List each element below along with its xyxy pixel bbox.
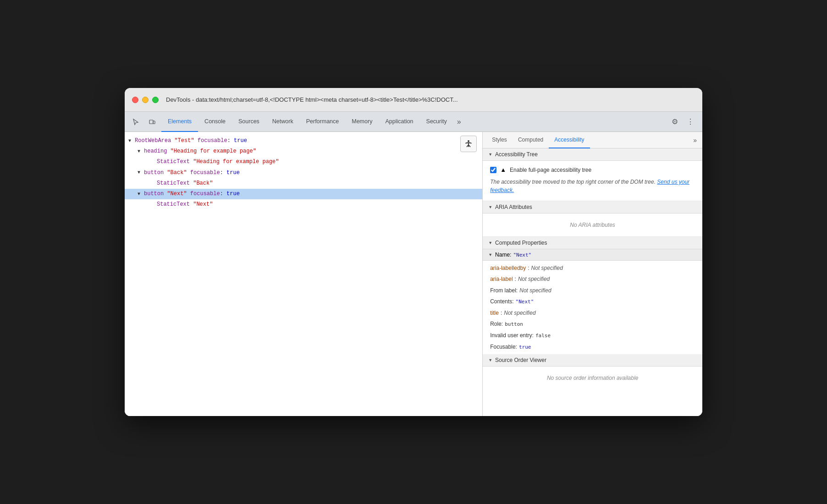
no-aria-attributes-text: No ARIA attributes xyxy=(490,217,695,233)
computed-name-label: Name: xyxy=(495,252,511,258)
window-title: DevTools - data:text/html;charset=utf-8,… xyxy=(166,96,695,103)
tab-network[interactable]: Network xyxy=(266,112,300,132)
computed-properties-title: Computed Properties xyxy=(495,240,547,246)
tree-row-selected[interactable]: button "Next" focusable: true xyxy=(125,189,482,199)
settings-icon[interactable]: ⚙ xyxy=(668,115,681,128)
maximize-button[interactable] xyxy=(152,97,159,103)
titlebar: DevTools - data:text/html;charset=utf-8,… xyxy=(125,88,702,112)
enable-a11y-tree-row: ▲ Enable full-page accessibility tree xyxy=(490,164,695,175)
traffic-lights xyxy=(132,97,159,103)
expand-icon[interactable] xyxy=(138,148,144,155)
tab-memory[interactable]: Memory xyxy=(345,112,379,132)
aria-attributes-section-header[interactable]: ▼ ARIA Attributes xyxy=(483,201,702,214)
accessibility-tree-button[interactable] xyxy=(460,136,477,152)
prop-from-label: From label: Not specified xyxy=(490,285,695,296)
device-toggle-icon[interactable] xyxy=(145,115,160,129)
right-panel: Styles Computed Accessibility » ▼ Access… xyxy=(483,132,702,416)
tree-row[interactable]: RootWebArea "Test" focusable: true xyxy=(125,136,482,146)
prop-role: Role: button xyxy=(490,318,695,330)
section-triangle-icon: ▼ xyxy=(488,152,492,157)
tree-row[interactable]: ▼ StaticText "Heading for example page" xyxy=(125,157,482,167)
right-content: ▼ Accessibility Tree ▲ Enable full-page … xyxy=(483,148,702,416)
tree-row[interactable]: ▼ StaticText "Back" xyxy=(125,178,482,189)
close-button[interactable] xyxy=(132,97,138,103)
more-options-icon[interactable]: ⋮ xyxy=(684,115,697,128)
right-tab-computed[interactable]: Computed xyxy=(513,132,549,148)
tab-console[interactable]: Console xyxy=(198,112,232,132)
section-triangle-icon: ▼ xyxy=(488,358,492,362)
section-triangle-icon: ▼ xyxy=(488,252,492,257)
right-tab-styles[interactable]: Styles xyxy=(486,132,513,148)
aria-attributes-title: ARIA Attributes xyxy=(495,204,532,210)
devtools-window: DevTools - data:text/html;charset=utf-8,… xyxy=(125,88,702,416)
right-tabs: Styles Computed Accessibility » xyxy=(483,132,702,148)
source-order-viewer-title: Source Order Viewer xyxy=(495,357,546,363)
computed-properties-section-header[interactable]: ▼ Computed Properties xyxy=(483,237,702,249)
expand-icon[interactable] xyxy=(138,169,144,176)
tree-row[interactable]: ▼ StaticText "Next" xyxy=(125,199,482,210)
prop-aria-labelledby: aria-labelledby : Not specified xyxy=(490,263,695,274)
expand-icon[interactable] xyxy=(138,191,144,198)
no-source-text: No source order information available xyxy=(490,370,695,386)
tab-elements[interactable]: Elements xyxy=(161,112,198,132)
minimize-button[interactable] xyxy=(142,97,149,103)
computed-name-value: "Next" xyxy=(513,252,531,258)
accessibility-tree-section-header[interactable]: ▼ Accessibility Tree xyxy=(483,148,702,161)
prop-invalid-user-entry: Invalid user entry: false xyxy=(490,330,695,341)
tab-application[interactable]: Application xyxy=(379,112,419,132)
tabs-overflow-button[interactable]: » xyxy=(453,112,465,132)
cursor-icon[interactable] xyxy=(128,115,143,129)
tree-row[interactable]: heading "Heading for example page" xyxy=(125,146,482,157)
accessibility-tree-content: ▲ Enable full-page accessibility tree Th… xyxy=(483,161,702,201)
section-triangle-icon: ▼ xyxy=(488,205,492,209)
section-triangle-icon: ▼ xyxy=(488,241,492,245)
expand-icon[interactable] xyxy=(128,137,135,145)
prop-aria-label: aria-label : Not specified xyxy=(490,274,695,285)
right-tab-accessibility[interactable]: Accessibility xyxy=(549,132,590,148)
aria-attributes-content: No ARIA attributes xyxy=(483,214,702,237)
source-order-viewer-section-header[interactable]: ▼ Source Order Viewer xyxy=(483,354,702,367)
accessibility-tree-title: Accessibility Tree xyxy=(495,151,538,158)
source-order-viewer-content: No source order information available xyxy=(483,367,702,389)
enable-a11y-tree-checkbox[interactable] xyxy=(490,167,496,173)
computed-name-row: ▼ Name: "Next" xyxy=(483,249,702,261)
main-content: RootWebArea "Test" focusable: true headi… xyxy=(125,132,702,416)
settings-area: ⚙ ⋮ xyxy=(668,115,699,128)
feedback-text: The accessibility tree moved to the top … xyxy=(490,175,695,197)
prop-contents: Contents: "Next" xyxy=(490,296,695,307)
svg-rect-1 xyxy=(153,121,155,124)
devtools-tabbar: Elements Console Sources Network Perform… xyxy=(125,112,702,132)
computed-prop-list: aria-labelledby : Not specified aria-lab… xyxy=(483,261,702,354)
prop-focusable: Focusable: true xyxy=(490,341,695,353)
computed-properties-content: ▼ Name: "Next" aria-labelledby : xyxy=(483,249,702,354)
svg-point-2 xyxy=(468,140,469,142)
tree-row[interactable]: button "Back" focusable: true xyxy=(125,168,482,178)
tree-icon: ▲ xyxy=(500,166,506,173)
tab-security[interactable]: Security xyxy=(420,112,453,132)
prop-title: title : Not specified xyxy=(490,307,695,318)
svg-rect-0 xyxy=(149,120,153,124)
tab-performance[interactable]: Performance xyxy=(300,112,346,132)
right-tabs-overflow[interactable]: » xyxy=(691,137,699,144)
elements-panel: RootWebArea "Test" focusable: true headi… xyxy=(125,132,483,416)
tab-sources[interactable]: Sources xyxy=(232,112,266,132)
enable-a11y-tree-label: Enable full-page accessibility tree xyxy=(510,167,591,173)
